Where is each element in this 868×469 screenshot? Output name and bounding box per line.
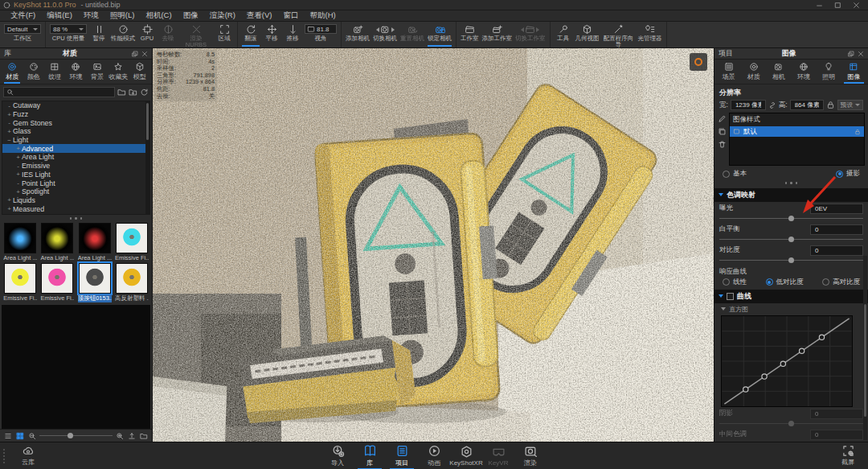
toolbar-button-区域[interactable]: 区域 xyxy=(214,23,235,47)
slider-row-白平衡[interactable]: 白平衡 xyxy=(714,223,868,244)
tree-expander[interactable]: + xyxy=(14,171,22,178)
slider-input-对比度[interactable] xyxy=(813,246,860,255)
tree-expander[interactable]: + xyxy=(14,145,22,152)
toolbar-button-GPU[interactable]: GPU xyxy=(137,23,158,47)
tree-item-IES Light[interactable]: +IES Light xyxy=(2,171,149,179)
delete-style-icon[interactable] xyxy=(718,140,727,149)
library-tab-材质[interactable]: 材质 xyxy=(2,62,23,84)
scrollbar-thumb[interactable] xyxy=(864,304,866,417)
width-input[interactable] xyxy=(734,101,763,109)
height-input[interactable] xyxy=(793,101,821,109)
menu-item[interactable]: 环境 xyxy=(78,10,104,21)
slider-knob[interactable] xyxy=(788,237,794,242)
tree-expander[interactable]: + xyxy=(6,196,13,204)
toolbar-button-添加相机[interactable]: 添加相机 xyxy=(344,23,371,47)
dock-item-渲染[interactable]: 渲染 xyxy=(515,442,546,469)
style-mode-basic[interactable]: 基本 xyxy=(723,169,747,179)
zoom-out-icon[interactable] xyxy=(28,432,36,440)
project-tab-材质[interactable]: 材质 xyxy=(741,62,766,84)
slider-track-曝光[interactable] xyxy=(719,215,863,223)
tree-expander[interactable]: - xyxy=(14,179,22,187)
lock-icon[interactable] xyxy=(826,101,835,109)
toolbar-button-平移[interactable]: 平移 xyxy=(261,23,282,47)
tree-item-Measured[interactable]: +Measured xyxy=(2,204,149,213)
tree-expander[interactable]: + xyxy=(6,205,13,212)
tree-item-Glass[interactable]: +Glass xyxy=(2,127,149,136)
material-thumb-Area Light ...[interactable]: Area Light ... xyxy=(39,223,75,261)
camera-globe-widget[interactable] xyxy=(690,53,707,71)
library-tab-收藏夹[interactable]: 收藏夹 xyxy=(108,62,129,84)
width-field[interactable] xyxy=(731,100,766,110)
slider-input-白平衡[interactable] xyxy=(813,225,860,234)
toolbar-button-工作室[interactable]: 工作室 xyxy=(459,23,481,47)
curve-checkbox[interactable] xyxy=(727,293,734,300)
material-thumb-Emissive Fi...[interactable]: Emissive Fi... xyxy=(39,263,75,302)
toolbar-button-光管理器[interactable]: 光管理器 xyxy=(637,23,664,47)
zoom-in-icon[interactable] xyxy=(116,432,124,440)
project-tab-环境[interactable]: 环境 xyxy=(792,62,817,84)
library-tab-背景[interactable]: 背景 xyxy=(87,62,108,84)
response-option-线性[interactable]: 线性 xyxy=(723,278,747,287)
photographic-radio[interactable] xyxy=(836,171,843,178)
response-option-高对比度[interactable]: 高对比度 xyxy=(822,278,860,287)
project-tab-场景[interactable]: 场景 xyxy=(716,62,741,84)
curve-header[interactable]: 曲线 xyxy=(714,290,868,303)
material-thumb-Area Light ...[interactable]: Area Light ... xyxy=(77,223,113,261)
dropdown-box[interactable]: Default xyxy=(4,24,41,34)
tree-expander[interactable]: - xyxy=(14,163,22,170)
material-thumb-顶按钮0153...[interactable]: 顶按钮0153... xyxy=(77,263,113,302)
menu-item[interactable]: 编辑(E) xyxy=(41,10,78,21)
menu-item[interactable]: 渲染(R) xyxy=(204,10,241,21)
toolbar-dropdown-CPU 使用量[interactable]: 88 %CPU 使用量 xyxy=(48,23,88,47)
tree-item-Liquids[interactable]: +Liquids xyxy=(2,196,149,205)
basic-radio[interactable] xyxy=(723,171,730,178)
refresh-icon[interactable] xyxy=(140,88,149,97)
library-close-icon[interactable] xyxy=(141,51,148,57)
toolbar-value-视角[interactable]: 81.8视角 xyxy=(303,23,338,47)
tree-item-Light[interactable]: −Light xyxy=(2,136,149,145)
tree-expander[interactable]: + xyxy=(14,154,22,161)
dock-item-项目[interactable]: 项目 xyxy=(387,442,417,469)
duplicate-style-icon[interactable] xyxy=(718,127,727,136)
tree-item-Spotlight[interactable]: +Spotlight xyxy=(2,187,149,196)
histogram-row[interactable]: 直方图 xyxy=(714,303,868,315)
material-thumb-Emissive Fi...[interactable]: Emissive Fi... xyxy=(114,223,149,261)
project-tab-照明[interactable]: 照明 xyxy=(817,62,841,84)
response-radio[interactable] xyxy=(766,278,773,286)
material-thumb-高反射塑料 ...[interactable]: 高反射塑料 ... xyxy=(114,263,149,302)
upload-icon[interactable] xyxy=(128,432,136,440)
library-tab-颜色[interactable]: 颜色 xyxy=(23,62,43,84)
material-thumb-Area Light ...[interactable]: Area Light ... xyxy=(2,223,38,261)
project-tab-相机[interactable]: 相机 xyxy=(766,62,791,84)
response-option-低对比度[interactable]: 低对比度 xyxy=(766,278,804,287)
tree-item-Fuzz[interactable]: +Fuzz xyxy=(2,110,149,119)
tree-item-Cutaway[interactable]: -Cutaway xyxy=(2,101,149,110)
add-style-icon[interactable] xyxy=(718,114,727,123)
project-float-icon[interactable] xyxy=(848,51,854,57)
image-style-item-default[interactable]: 默认 xyxy=(730,126,864,137)
close-button[interactable] xyxy=(853,2,860,9)
tree-expander[interactable]: - xyxy=(6,119,13,126)
slider-value-field[interactable] xyxy=(810,204,863,214)
curve-graph[interactable] xyxy=(721,315,862,407)
add-folder-icon[interactable] xyxy=(129,88,137,97)
thumbnail-size-slider[interactable] xyxy=(39,435,113,436)
tone-mapping-header[interactable]: 色调映射 xyxy=(714,188,868,202)
toolbar-dropdown-工作区[interactable]: Default工作区 xyxy=(2,23,43,47)
dock-item-动画[interactable]: 动画 xyxy=(419,442,449,469)
tree-scrollbar[interactable] xyxy=(145,101,149,214)
menu-item[interactable]: 窗口 xyxy=(278,10,305,21)
panel-splitter-handle[interactable] xyxy=(714,179,868,187)
toolbar-button-推移[interactable]: 推移 xyxy=(282,23,303,47)
link-icon[interactable] xyxy=(768,101,776,109)
tree-expander[interactable]: + xyxy=(6,128,13,135)
toolbar-button-暂停[interactable]: 暂停 xyxy=(88,23,109,47)
maximize-button[interactable] xyxy=(834,2,841,9)
library-tab-环境[interactable]: 环境 xyxy=(65,62,86,84)
menu-item[interactable]: 查看(V) xyxy=(241,10,278,21)
toolbar-button-配置程序向导[interactable]: 配置程序向导 xyxy=(601,23,637,47)
tree-item-Advanced[interactable]: +Advanced xyxy=(2,144,149,153)
minimize-button[interactable] xyxy=(816,2,823,9)
menu-item[interactable]: 相机(C) xyxy=(140,10,177,21)
slider-input-曝光[interactable] xyxy=(813,204,860,213)
